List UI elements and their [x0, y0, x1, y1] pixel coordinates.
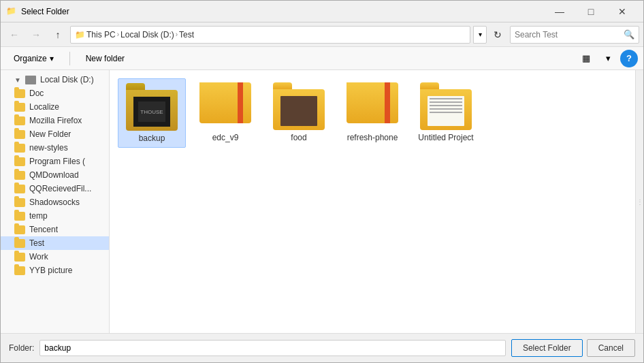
maximize-button[interactable]: □	[575, 1, 607, 22]
folder-icon-yyb	[14, 266, 25, 275]
sidebar-item-yyb[interactable]: YYB picture	[1, 264, 109, 277]
folder-icon-work	[14, 253, 25, 262]
folder-icon-untitled-large	[419, 82, 473, 130]
back-button[interactable]: ←	[5, 25, 24, 44]
sidebar-item-test[interactable]: Test	[1, 236, 109, 250]
view-toggle-button[interactable]: ▦	[577, 50, 596, 67]
folder-icon-mozilla	[14, 116, 25, 125]
main-content: ▼ Local Disk (D:) Doc Localize Mozilla F…	[1, 70, 643, 333]
folder-icon-newfolder	[14, 130, 25, 139]
folder-item-food[interactable]: food	[265, 78, 333, 148]
sidebar-item-programfiles[interactable]: Program Files (	[1, 155, 109, 168]
up-button[interactable]: ↑	[48, 25, 67, 44]
folder-item-backup[interactable]: THOUSE backup	[118, 78, 186, 148]
sidebar-item-qmdownload[interactable]: QMDownload	[1, 168, 109, 182]
folder-icon-newstyles	[14, 144, 25, 153]
organize-label: Organize	[14, 54, 47, 63]
folder-icon-doc	[14, 89, 25, 98]
window-controls: — □ ✕	[544, 1, 638, 22]
folder-name-edc: edc_v9	[212, 133, 239, 142]
sidebar-item-mozilla[interactable]: Mozilla Firefox	[1, 114, 109, 127]
folder-icon-programfiles	[14, 157, 25, 166]
folder-icon-refresh-large	[345, 82, 400, 130]
breadcrumb[interactable]: 📁 This PC › Local Disk (D:) › Test	[70, 26, 470, 44]
select-folder-button[interactable]: Select Folder	[511, 339, 583, 357]
refresh-button[interactable]: ↻	[488, 25, 507, 44]
toolbar-right: ▦ ▾ ?	[577, 50, 638, 67]
sidebar-item-localize[interactable]: Localize	[1, 100, 109, 114]
resize-handle[interactable]: ⋮	[635, 70, 643, 333]
sidebar-item-drive[interactable]: ▼ Local Disk (D:)	[1, 73, 109, 86]
folder-icon-temp	[14, 212, 25, 221]
minimize-button[interactable]: —	[544, 1, 575, 22]
folder-label: Folder:	[9, 343, 34, 353]
breadcrumb-part-2[interactable]: Local Disk (D:)	[120, 30, 174, 40]
sidebar-item-qqrecieved[interactable]: QQRecievedFil...	[1, 182, 109, 195]
collapse-icon: ▼	[14, 76, 21, 84]
navigation-bar: ← → ↑ 📁 This PC › Local Disk (D:) › Test…	[1, 22, 643, 47]
toolbar: Organize ▾ New folder ▦ ▾ ?	[1, 47, 643, 70]
cancel-button[interactable]: Cancel	[587, 339, 635, 357]
breadcrumb-sep-2: ›	[176, 31, 178, 38]
folder-item-refresh[interactable]: refresh-phone	[338, 78, 406, 148]
folder-icon-backup-large: THOUSE	[125, 83, 179, 131]
breadcrumb-part-3[interactable]: Test	[179, 30, 194, 40]
bottom-bar: Folder: Select Folder Cancel	[1, 333, 643, 362]
folder-name-untitled: Untitled Project	[418, 133, 473, 142]
folder-icon-shadowsocks	[14, 198, 25, 207]
sidebar-item-newstyles[interactable]: new-styles	[1, 141, 109, 155]
folder-icon-test	[14, 239, 25, 248]
view-dropdown-button[interactable]: ▾	[598, 50, 617, 67]
search-icon: 🔍	[624, 29, 634, 40]
sidebar-item-doc[interactable]: Doc	[1, 86, 109, 100]
folder-icon-edc-large	[198, 82, 253, 130]
toolbar-separator	[69, 52, 70, 65]
folder-item-edc[interactable]: edc_v9	[191, 78, 259, 148]
sidebar-item-temp[interactable]: temp	[1, 209, 109, 223]
sidebar-item-tencent[interactable]: Tencent	[1, 223, 109, 236]
breadcrumb-sep-1: ›	[117, 31, 119, 38]
sidebar-item-work[interactable]: Work	[1, 250, 109, 264]
forward-button[interactable]: →	[27, 25, 46, 44]
help-button[interactable]: ?	[620, 50, 638, 67]
folder-icon-qqrecieved	[14, 185, 25, 193]
search-box: 🔍	[510, 26, 639, 44]
sidebar-item-newfolder[interactable]: New Folder	[1, 127, 109, 141]
sidebar-group-drive: ▼ Local Disk (D:) Doc Localize Mozilla F…	[1, 70, 109, 280]
close-button[interactable]: ✕	[607, 1, 638, 22]
breadcrumb-dropdown-button[interactable]: ▾	[473, 26, 487, 44]
select-folder-dialog: 📁 Select Folder — □ ✕ ← → ↑ 📁 This PC › …	[0, 0, 644, 363]
search-input[interactable]	[515, 30, 621, 40]
dialog-icon: 📁	[6, 6, 17, 17]
sidebar-item-shadowsocks[interactable]: Shadowsocks	[1, 195, 109, 209]
organize-dropdown-icon: ▾	[50, 54, 54, 63]
drive-icon	[25, 76, 36, 84]
title-bar: 📁 Select Folder — □ ✕	[1, 1, 643, 22]
folder-input[interactable]	[39, 340, 506, 356]
breadcrumb-part-1[interactable]: This PC	[86, 30, 116, 40]
folder-icon-qmdownload	[14, 171, 25, 180]
folder-name-backup: backup	[139, 133, 165, 143]
folder-name-food: food	[291, 133, 306, 142]
folder-icon-food-large	[272, 82, 326, 130]
folder-icon-localize	[14, 103, 25, 112]
sidebar-drive-label: Local Disk (D:)	[40, 75, 94, 84]
new-folder-label: New folder	[86, 54, 125, 63]
folder-icon-tencent	[14, 225, 25, 234]
dialog-title: Select Folder	[21, 7, 544, 16]
sidebar: ▼ Local Disk (D:) Doc Localize Mozilla F…	[1, 70, 110, 333]
organize-button[interactable]: Organize ▾	[6, 50, 61, 67]
breadcrumb-icon: 📁	[75, 30, 85, 40]
file-area[interactable]: THOUSE backup edc_v9	[110, 70, 635, 333]
new-folder-button[interactable]: New folder	[78, 50, 132, 67]
action-buttons: Select Folder Cancel	[511, 339, 635, 357]
folder-name-refresh: refresh-phone	[347, 133, 398, 142]
folder-item-untitled[interactable]: Untitled Project	[412, 78, 480, 148]
